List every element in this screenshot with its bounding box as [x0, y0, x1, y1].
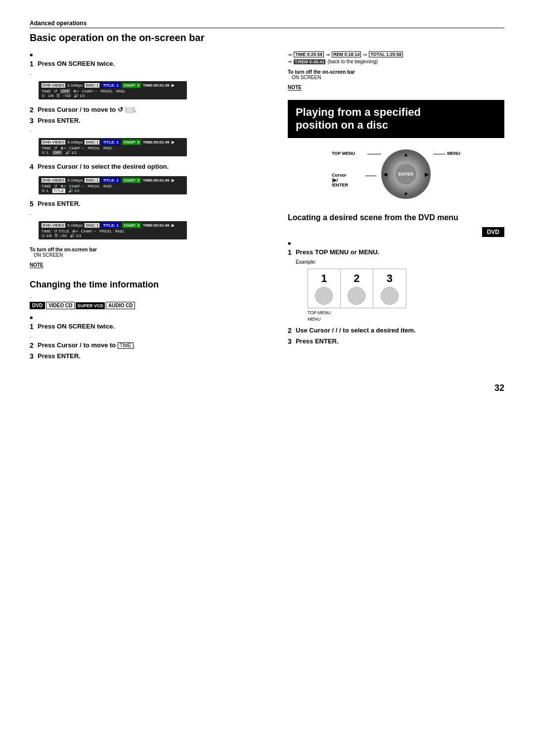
r-step-1-content: Press TOP MENU or MENU. [296, 248, 504, 256]
osd-disc: DISC:1 [85, 83, 99, 88]
osd4-rnd4: RND. [115, 229, 125, 234]
osd-cd: ⊙ [42, 94, 45, 98]
right-square: ■ [288, 239, 504, 246]
osd4-chap4: CHAP.→ [81, 229, 96, 234]
c-step-1-dash: - [30, 333, 268, 339]
nav-left: ◀ [383, 171, 387, 177]
osd4-rep: ↺ TITLE [54, 229, 69, 234]
osd2-rep: ↺ [54, 146, 57, 150]
osd4-prog4: PROG. [99, 229, 112, 234]
time-tag-3: TOTAL 1:25:58 [369, 51, 403, 57]
time-display-section: ⇒ TIME 0:25:58 ⇒ REM 0:18:14 ⇒ TOTAL 1:2… [288, 51, 504, 64]
osd3-play: ▶ [172, 178, 175, 183]
step-3-dash: - [30, 128, 268, 134]
disc-2-circle [348, 287, 365, 305]
step-1-text: Press ON SCREEN twice. [38, 60, 115, 67]
video-cd-badge: VIDEO CD [46, 302, 75, 309]
disc-examples: 1 2 3 [308, 269, 406, 308]
osd2-chap2: CHAP.→ [69, 146, 85, 150]
top-menu-disc-label: TOP MENU [308, 310, 504, 315]
menu-line [433, 154, 445, 154]
step-3: 3 Press ENTER. [30, 117, 268, 125]
c-step-3-text: Press ENTER. [38, 352, 81, 360]
time-tag-2: REM 0:18:14 [332, 51, 361, 57]
osd-row2b: ⊙ 1/8 ☰ ~/32 🔊 1/1 [42, 94, 184, 98]
step-5-text: Press ENTER. [38, 200, 81, 207]
right-column: ⇒ TIME 0:25:58 ⇒ REM 0:18:14 ⇒ TOTAL 1:2… [288, 50, 504, 363]
osd-bar2-row1: DVD-VIDEO 6.1Mbps DISC:1 TITLE: 1 CHAP: … [42, 140, 184, 145]
c-step-1-text: Press ON SCREEN twice. [38, 323, 115, 330]
note-label: NOTE [30, 262, 44, 268]
cursor-line [365, 176, 376, 176]
osd-off: OFF [60, 89, 70, 94]
osd2-row2b: ⊙ 1. OFF 🔊 1/1 [42, 150, 184, 155]
step-1-number: 1 [30, 60, 38, 68]
r-step-2-num: 2 [288, 327, 296, 334]
osd2-plus: ⊕+ [60, 146, 66, 150]
osd3-time: TIME:00:01:40 [143, 178, 170, 183]
right-step-1: 1 Press TOP MENU or MENU. [288, 248, 504, 256]
osd-bar-2: DVD-VIDEO 6.1Mbps DISC:1 TITLE: 1 CHAP: … [39, 138, 187, 156]
osd3-cd3: ⊙ 1. [42, 189, 49, 193]
example-label: Example: [296, 259, 504, 265]
badge-row: DVD VIDEO CD SUPER VCD AUDIO CD [30, 302, 268, 309]
locating-title: Locating a desired scene from the DVD me… [288, 213, 504, 222]
step-2-content: Press Cursor / to move to ↺ ⬜. [38, 106, 268, 113]
osd3-disc: DISC:1 [85, 178, 99, 183]
osd-rnd: RND. [116, 89, 126, 94]
step-5-number: 5 [30, 200, 38, 208]
r-step-1-text: Press TOP MENU or MENU. [296, 248, 379, 256]
changing-dash: - [30, 294, 268, 300]
osd-row2a: TIME ↺ OFF ⊕+ CHAP.→ PROG. RND. [42, 89, 184, 94]
time-tag-4: T.REM 0:45:41 [294, 59, 326, 64]
time-row-2: ⇒ T.REM 0:45:41 (back to the beginning) [288, 59, 504, 64]
osd2-play: ▶ [172, 140, 175, 144]
right-step-2: 2 Use Cursor / / / to select a desired i… [288, 327, 504, 334]
r-step-1-num: 1 [288, 248, 296, 256]
nav-enter-btn[interactable]: ENTER [396, 164, 416, 185]
osd4-vol4: 🔊 1/1 [70, 234, 81, 238]
changing-step-2: 2 Press Cursor / to move to TIME. [30, 341, 268, 349]
r-step-3-content: Press ENTER. [296, 337, 504, 345]
dvd-right-badge: DVD [482, 227, 504, 237]
step-4-content: Press Cursor / to select the desired opt… [38, 163, 268, 170]
osd-time-label: TIME [42, 89, 51, 94]
osd3-rep: ↺ [54, 184, 57, 189]
osd4-plus: ⊕+ [72, 229, 78, 234]
osd-32: ~/32 [63, 94, 71, 98]
osd2-time: TIME:00:01:40 [143, 140, 170, 144]
osd4-row1: DVD-VIDEO 6.1Mbps DISC:1 TITLE: 1 CHAP: … [42, 223, 184, 228]
step-1: 1 Press ON SCREEN twice. [30, 60, 268, 68]
osd3-mbps: 6.1Mbps [67, 178, 83, 183]
osd3-prog3: PROG. [88, 184, 100, 189]
osd2-off2: OFF [52, 150, 62, 155]
right-note-label: NOTE [288, 85, 302, 91]
arrow-3: ⇒ [363, 52, 367, 57]
c-step-3-num: 3 [30, 352, 38, 360]
r-step-2-content: Use Cursor / / / to select a desired ite… [296, 327, 504, 334]
top-menu-label: TOP MENU [332, 151, 355, 156]
turn-off-value: ON SCREEN [34, 252, 268, 258]
osd3-time-lbl: TIME [42, 184, 51, 189]
r-step-3-num: 3 [288, 337, 296, 345]
disc-2-num: 2 [354, 272, 359, 285]
playing-box: Playing from a specifiedposition on a di… [288, 100, 504, 138]
osd3-chap: CHAP: 3 [122, 178, 141, 183]
osd3-row1: DVD-VIDEO 6.1Mbps DISC:1 TITLE: 1 CHAP: … [42, 178, 184, 183]
right-turn-off-label: To turn off the on-screen bar [288, 69, 504, 75]
c-step-3-content: Press ENTER. [38, 352, 268, 360]
osd-row1: DVD-VIDEO 6.1Mbps DISC:1 TITLE: 1 CHAP: … [42, 83, 184, 88]
osd4-mbps: 6.1Mbps [67, 223, 83, 228]
time-suffix: (back to the beginning) [327, 59, 378, 64]
step-2: 2 Press Cursor / to move to ↺ ⬜. [30, 106, 268, 114]
turn-off-label: To turn off the on-screen bar [30, 247, 268, 252]
osd2-vol2: 🔊 1/1 [65, 150, 77, 155]
osd3-vol3: 🔊 1/1 [68, 189, 80, 193]
osd2-prog2: PROG. [88, 146, 100, 150]
audio-cd-badge: AUDIO CD [106, 302, 135, 309]
main-title: Basic operation on the on-screen bar [30, 32, 504, 44]
osd4-row2b: ⊙ 1/8 ☰ ~/32 🔊 1/1 [42, 234, 184, 238]
osd-title: TITLE: 1 [101, 83, 120, 88]
osd-time: TIME:00:01:40 [143, 83, 170, 88]
osd-18: 1/8 [48, 94, 53, 98]
